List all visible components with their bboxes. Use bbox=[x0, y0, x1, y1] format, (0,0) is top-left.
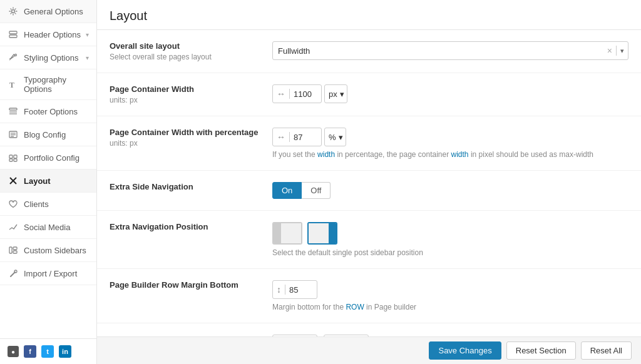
arrows-icon: ↔ bbox=[273, 132, 290, 142]
svg-text:T: T bbox=[9, 81, 14, 89]
portfolio-icon bbox=[8, 152, 19, 163]
setting-label-col: Page Builder Row Margin Bottom bbox=[110, 280, 272, 291]
reset-section-button[interactable]: Reset Section bbox=[506, 341, 576, 360]
sidebar-item-label: Blog Config bbox=[24, 130, 66, 139]
setting-page-container-width-pct: Page Container Width with percentage uni… bbox=[97, 116, 641, 171]
nav-pos-content bbox=[281, 223, 301, 243]
setting-label-col: Overall site layout Select overall ste p… bbox=[110, 41, 272, 61]
setting-overall-site-layout: Overall site layout Select overall ste p… bbox=[97, 30, 641, 73]
sidebar-item-typography-options[interactable]: T Typography Options bbox=[0, 69, 96, 100]
container-width-field[interactable] bbox=[290, 89, 321, 99]
hint-text: Margin bottom for the ROW in Page builde… bbox=[272, 303, 628, 311]
sidebar-item-styling-options[interactable]: Styling Options ▾ bbox=[0, 46, 96, 69]
svg-rect-14 bbox=[9, 159, 13, 161]
unit-select-pct[interactable]: % ▾ bbox=[324, 128, 346, 146]
setting-control-col: ↔ px ▾ bbox=[272, 84, 628, 103]
builder-margin-field[interactable] bbox=[285, 285, 317, 295]
svg-point-22 bbox=[14, 270, 17, 273]
page-title: Layout bbox=[110, 9, 628, 23]
sidebar-item-layout[interactable]: Layout bbox=[0, 169, 96, 193]
main-content: Layout Overall site layout Select overal… bbox=[97, 0, 641, 364]
overall-layout-select[interactable]: Fullwidth × ▾ bbox=[272, 41, 628, 60]
sidebar-item-general-options[interactable]: General Options bbox=[0, 0, 96, 23]
sidebar-footer: ● f t in bbox=[0, 338, 96, 364]
sidebar: General Options Header Options ▾ Styling… bbox=[0, 0, 97, 364]
page-header: Layout bbox=[97, 0, 641, 30]
nav-pos-left-option[interactable] bbox=[272, 222, 302, 245]
sidebar-item-social-media[interactable]: Social Media bbox=[0, 216, 96, 239]
select-clear-icon[interactable]: × bbox=[603, 46, 617, 56]
svg-rect-13 bbox=[14, 155, 17, 158]
setting-label-col: Page Container Width units: px bbox=[110, 84, 272, 104]
toggle-off-button[interactable]: Off bbox=[302, 182, 331, 199]
svg-rect-18 bbox=[9, 247, 12, 253]
sidebar-item-portfolio-config[interactable]: Portfolio Config bbox=[0, 146, 96, 169]
svg-rect-12 bbox=[9, 155, 13, 158]
header-icon bbox=[8, 29, 19, 40]
chevron-down-icon: ▾ bbox=[86, 54, 89, 61]
nav-pos-content bbox=[309, 223, 329, 243]
setting-label-col: Extra Side Navigation bbox=[110, 182, 272, 193]
blog-icon bbox=[8, 129, 19, 140]
setting-page-container-width: Page Container Width units: px ↔ px ▾ bbox=[97, 73, 641, 116]
chevron-down-icon: ▾ bbox=[339, 133, 343, 142]
container-width-pct-input[interactable]: ↔ bbox=[272, 128, 322, 146]
container-width-input[interactable]: ↔ bbox=[272, 84, 322, 103]
sidebar-item-label: Styling Options bbox=[24, 53, 78, 63]
setting-sublabel: units: px bbox=[110, 139, 272, 148]
setting-label: Overall site layout bbox=[110, 41, 272, 51]
heart-icon bbox=[8, 198, 19, 210]
setting-sublabel: Select overall ste pages layout bbox=[110, 53, 272, 61]
sidebar-item-custom-sidebars[interactable]: Custom Sidebars bbox=[0, 239, 96, 262]
toggle-on-button[interactable]: On bbox=[272, 182, 302, 199]
gear-icon bbox=[8, 6, 19, 17]
chevron-down-icon: ▾ bbox=[86, 31, 89, 38]
toggle-group: On Off bbox=[272, 182, 628, 199]
arrows-v-icon: ↕ bbox=[273, 285, 285, 295]
sidebar-item-label: Custom Sidebars bbox=[24, 246, 86, 255]
setting-label-col: Extra Navigation Position bbox=[110, 222, 272, 233]
container-width-pct-field[interactable] bbox=[290, 133, 321, 142]
arrows-icon: ↔ bbox=[273, 89, 290, 99]
svg-rect-2 bbox=[9, 35, 17, 38]
facebook-social-icon[interactable]: f bbox=[24, 345, 36, 358]
setting-control-col: Fullwidth × ▾ bbox=[272, 41, 628, 60]
sidebar-item-import-export[interactable]: Import / Export bbox=[0, 262, 96, 285]
setting-label: Page Container Width with percentage bbox=[110, 128, 272, 137]
setting-label: Extra Navigation Position bbox=[110, 222, 272, 231]
sidebar-item-label: Typography Options bbox=[24, 75, 89, 94]
chevron-down-icon[interactable]: ▾ bbox=[617, 47, 628, 55]
sidebar-item-header-options[interactable]: Header Options ▾ bbox=[0, 23, 96, 46]
typography-icon: T bbox=[8, 79, 19, 90]
nav-pos-group bbox=[272, 222, 628, 245]
number-input-group: ↔ % ▾ bbox=[272, 128, 628, 146]
svg-line-21 bbox=[11, 272, 15, 276]
setting-extra-side-navigation: Extra Side Navigation On Off bbox=[97, 171, 641, 211]
unit-label: % bbox=[329, 133, 336, 142]
svg-rect-5 bbox=[9, 108, 17, 110]
reset-all-button[interactable]: Reset All bbox=[581, 341, 632, 360]
sidebar-item-clients[interactable]: Clients bbox=[0, 193, 96, 216]
circle-social-icon[interactable]: ● bbox=[8, 346, 19, 357]
sidebar-item-label: Import / Export bbox=[24, 269, 77, 278]
sidebar-item-label: Portfolio Config bbox=[24, 153, 79, 163]
svg-rect-1 bbox=[9, 31, 17, 34]
nav-pos-right-option[interactable] bbox=[307, 222, 337, 245]
number-input-group: ↔ px ▾ bbox=[272, 84, 628, 103]
footer-icon bbox=[8, 106, 19, 117]
sidebars-icon bbox=[8, 245, 19, 256]
builder-margin-input[interactable]: ↕ bbox=[272, 280, 317, 299]
save-changes-button[interactable]: Save Changes bbox=[429, 341, 501, 360]
styling-icon bbox=[8, 52, 19, 63]
sidebar-item-label: Clients bbox=[24, 200, 49, 209]
sidebar-item-label: General Options bbox=[24, 7, 83, 16]
wrench-icon bbox=[8, 268, 19, 279]
linkedin-social-icon[interactable]: in bbox=[59, 345, 71, 358]
unit-select[interactable]: px ▾ bbox=[324, 84, 347, 103]
sidebar-item-footer-options[interactable]: Footer Options bbox=[0, 100, 96, 123]
nav-pos-sidebar bbox=[329, 223, 336, 243]
sidebar-item-label: Footer Options bbox=[24, 107, 78, 116]
sidebar-item-blog-config[interactable]: Blog Config bbox=[0, 123, 96, 146]
svg-point-0 bbox=[12, 10, 15, 13]
twitter-social-icon[interactable]: t bbox=[41, 345, 54, 358]
